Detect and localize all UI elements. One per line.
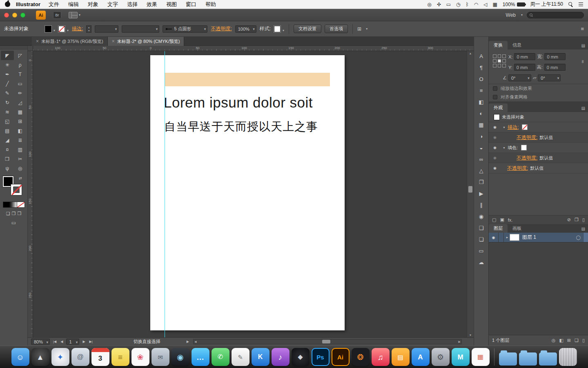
bluetooth-icon[interactable]: ᛒ xyxy=(466,2,469,7)
lasso-tool[interactable]: ρ xyxy=(14,60,27,70)
add-effect-button[interactable]: fx. xyxy=(508,218,513,222)
stroke-swatch[interactable] xyxy=(11,184,22,195)
next-artboard-button[interactable]: ▶ xyxy=(82,340,86,343)
last-artboard-button[interactable]: ▶| xyxy=(89,340,94,343)
dock-mail[interactable]: @ xyxy=(71,348,89,366)
ruler-origin-corner[interactable] xyxy=(28,46,33,51)
tab-transform[interactable]: 变换 xyxy=(489,41,508,49)
gradient-button[interactable] xyxy=(10,202,17,207)
panel-menu-icon[interactable]: ▤ xyxy=(581,227,585,231)
pen-tool[interactable]: ✒ xyxy=(1,70,14,79)
rotate-angle-select[interactable]: 0° xyxy=(508,74,531,81)
rotate-tool[interactable]: ↻ xyxy=(1,98,14,107)
type-tool[interactable]: T xyxy=(14,70,27,79)
pencil-tool[interactable]: ✏ xyxy=(14,88,27,98)
preferences-button[interactable]: 首选项 xyxy=(325,25,348,33)
layer-lock-column[interactable] xyxy=(499,233,504,242)
dock-illustrator[interactable]: Ai xyxy=(332,348,350,366)
scroll-up-icon[interactable]: ▲ xyxy=(467,52,474,55)
zoom-tool[interactable]: ◎ xyxy=(14,164,27,173)
delete-layer-button[interactable]: ▯ xyxy=(582,338,585,343)
scrollbar-thumb[interactable] xyxy=(468,186,472,193)
image-trace-panel-button[interactable]: △ xyxy=(476,165,487,176)
reference-point-proxy[interactable] xyxy=(493,54,506,67)
appearance-row-doc-opacity[interactable]: ◉ 不透明度: 默认值 xyxy=(489,163,588,173)
highlight-rectangle-object[interactable] xyxy=(165,73,330,86)
pathfinder-panel-button[interactable]: ❐ xyxy=(476,177,487,187)
gradient-panel-button[interactable]: ◧ xyxy=(476,96,487,107)
menu-window[interactable]: 窗口 xyxy=(186,1,196,8)
fill-color-control[interactable]: ▾ xyxy=(45,26,55,32)
tab-artboards[interactable]: 画板 xyxy=(508,224,526,233)
graph-tool[interactable]: ▥ xyxy=(14,145,27,154)
stroke-weight-select[interactable] xyxy=(95,25,118,33)
dock-keynote[interactable]: K xyxy=(252,348,270,366)
menu-help[interactable]: 帮助 xyxy=(205,1,216,8)
opacity-panel-link[interactable]: 不透明度: xyxy=(211,25,232,32)
screen-mode-icon[interactable]: ▭ xyxy=(0,220,27,226)
menu-effect[interactable]: 效果 xyxy=(147,1,157,8)
toolbar-collapse-strip[interactable] xyxy=(0,46,27,49)
selection-tool[interactable]: ◤ xyxy=(1,51,14,60)
dock-music[interactable]: ♫ xyxy=(372,348,390,366)
brush-select[interactable]: 5 点圆形 xyxy=(163,25,207,33)
paintbrush-tool[interactable]: ✎ xyxy=(1,88,14,98)
dock-finder[interactable]: ☺ xyxy=(11,348,29,366)
constrain-proportions-icon[interactable]: ∞ xyxy=(581,60,586,63)
none-button[interactable] xyxy=(17,202,24,207)
dock-folder-3[interactable] xyxy=(539,352,557,366)
step-down-icon[interactable]: ▾ xyxy=(88,29,89,32)
close-tab-icon[interactable]: × xyxy=(112,38,115,44)
new-layer-button[interactable]: ❏ xyxy=(575,338,579,343)
appearance-panel-button[interactable]: ◉ xyxy=(476,211,487,222)
duplicate-item-button[interactable]: ❐ xyxy=(575,217,579,222)
dock-iphoto[interactable]: ▦ xyxy=(472,348,490,366)
panel-menu-icon[interactable]: ▤ xyxy=(581,43,585,48)
layer-selection-column[interactable] xyxy=(583,233,588,242)
opacity-link[interactable]: 不透明度: xyxy=(517,134,537,141)
shear-angle-select[interactable]: 0° xyxy=(538,74,561,81)
graphic-styles-panel-button[interactable]: ❑ xyxy=(476,222,487,233)
delete-item-button[interactable]: ▯ xyxy=(582,217,585,222)
slice-tool[interactable]: ✂ xyxy=(14,154,27,164)
horizontal-scrollbar[interactable]: ◀ ▶ xyxy=(193,339,462,344)
stroke-link[interactable]: 描边: xyxy=(508,124,519,131)
line-segment-tool[interactable]: ╱ xyxy=(1,79,14,88)
scroll-left-icon[interactable]: ◀ xyxy=(194,340,196,343)
artboard-number-select[interactable]: 1 xyxy=(66,339,79,345)
menubar-clock[interactable]: 周一 上午11:50 xyxy=(530,1,563,8)
stroke-panel-link[interactable]: 描边: xyxy=(72,25,83,32)
dock-trash[interactable] xyxy=(559,348,577,366)
scroll-down-icon[interactable]: ▼ xyxy=(467,334,474,337)
workspace-switcher[interactable]: Web xyxy=(506,12,516,18)
layer-name[interactable]: 图层 1 xyxy=(522,234,576,241)
artboard-tool[interactable]: ❒ xyxy=(1,154,14,164)
horizontal-ruler[interactable]: 100 50 0 50 100 150 200 250 300 xyxy=(33,46,474,51)
height-field[interactable]: 0 mm xyxy=(544,64,566,71)
dock-stickies[interactable]: ≡ xyxy=(111,348,129,366)
mesh-tool[interactable]: ▤ xyxy=(1,126,14,135)
draw-inside-icon[interactable]: ❒ xyxy=(17,211,21,216)
dock-photo-booth[interactable]: ◉ xyxy=(172,348,189,366)
blend-tool[interactable]: ≣ xyxy=(14,135,27,145)
document-tab-2[interactable]: × 未标题-2* @ 80% (CMYK/预览) xyxy=(108,37,185,46)
panel-menu-icon[interactable]: ▤ xyxy=(581,106,585,110)
fill-swatch[interactable] xyxy=(45,26,51,32)
document-setup-button[interactable]: 文档设置 xyxy=(294,25,321,33)
dock-app-store[interactable]: A xyxy=(412,348,430,366)
perspective-grid-tool[interactable]: ⊞ xyxy=(14,117,27,126)
document-viewport[interactable]: Lorem ipsum dolor soit 自当早送于天而授以天上之事 xyxy=(33,51,467,337)
menu-view[interactable]: 视图 xyxy=(166,1,177,8)
layer-thumbnail[interactable] xyxy=(510,234,519,241)
disclosure-icon[interactable]: ▼ xyxy=(503,146,506,149)
menu-object[interactable]: 对象 xyxy=(88,1,98,8)
panel-collapse-icon[interactable]: ≡ xyxy=(581,26,584,32)
screen-recording-icon[interactable]: ◎ xyxy=(427,2,431,7)
dock-photoshop[interactable]: Ps xyxy=(312,348,330,366)
bridge-icon[interactable]: Br xyxy=(53,11,61,19)
dock-launchpad[interactable]: ▲ xyxy=(31,348,49,366)
dock-system-preferences[interactable]: ⚙ xyxy=(432,348,450,366)
layer-row[interactable]: ◉ ▸ 图层 1 ◯ xyxy=(489,233,588,242)
chinese-text-object[interactable]: 自当早送于天而授以天上之事 xyxy=(164,119,318,135)
swap-fill-stroke-icon[interactable]: ⇄ xyxy=(19,176,22,180)
